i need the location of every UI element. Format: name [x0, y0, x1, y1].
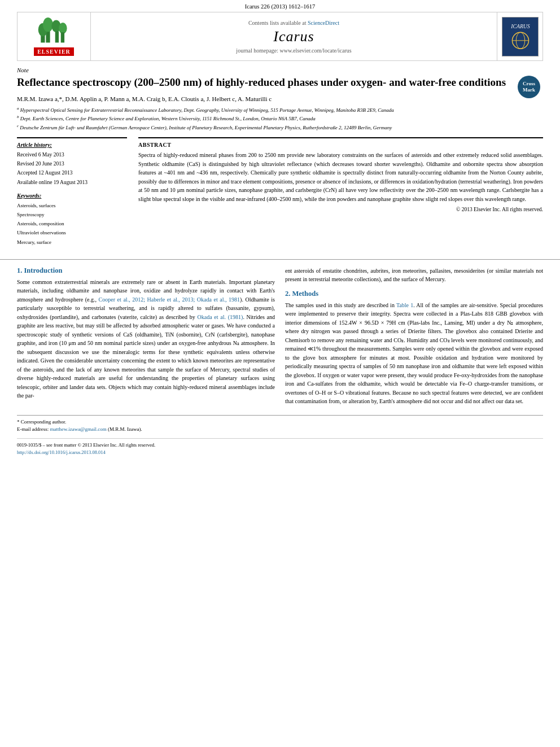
article-history: Received 6 May 2013 Revised 20 June 2013… [17, 150, 127, 187]
footnote-email-who: (M.R.M. Izawa). [108, 426, 142, 432]
svg-text:ICARUS: ICARUS [510, 23, 530, 29]
elsevier-tree-icon [37, 17, 71, 45]
intro-paragraph-continuation: ent asteroids of enstatite chondrites, a… [285, 267, 543, 284]
icarus-logo-image: ICARUS [502, 17, 539, 56]
affiliation-c: c Deutsche Zentrum für Luft- und Raumfah… [17, 123, 543, 132]
note-label: Note [17, 67, 543, 73]
footnote-area: * Corresponding author. E-mail address: … [17, 415, 543, 434]
abstract-col: ABSTRACT Spectra of highly-reduced miner… [138, 137, 543, 252]
abstract-section: ABSTRACT Spectra of highly-reduced miner… [138, 142, 543, 212]
footnote-star: * Corresponding author. [17, 419, 66, 425]
svg-point-3 [43, 18, 53, 32]
footer-left: 0019-1035/$ – see front matter © 2013 El… [17, 442, 155, 457]
abstract-text: Spectra of highly-reduced mineral phases… [138, 151, 543, 203]
svg-point-6 [59, 23, 68, 34]
journal-header-top: ELSEVIER Contents lists available at Sci… [18, 12, 542, 60]
table-label-inline: Table [396, 302, 409, 308]
ref-okada[interactable]: Okada et al. (1981) [198, 314, 243, 320]
affiliations: a Hyperspectral Optical Sensing for Extr… [17, 106, 543, 132]
authors-text: M.R.M. Izawa a,*, D.M. Applin a, P. Mann… [17, 95, 272, 102]
ref-cooper[interactable]: Cooper et al., 2012; Haberle et al., 201… [99, 296, 240, 303]
footer-doi: http://dx.doi.org/10.1016/j.icarus.2013.… [17, 449, 155, 457]
article-history-section: Article history: Received 6 May 2013 Rev… [17, 142, 127, 187]
footer-doi-link[interactable]: http://dx.doi.org/10.1016/j.icarus.2013.… [17, 449, 106, 455]
intro-heading: 1. Introduction [17, 267, 275, 275]
svg-rect-5 [55, 31, 59, 42]
keywords-label: Keywords: [17, 193, 127, 199]
journal-name: Icarus [273, 28, 314, 45]
page-wrapper: Icarus 226 (2013) 1612–1617 [0, 0, 560, 747]
accepted-row: Accepted 12 August 2013 [17, 168, 127, 177]
affiliation-b-text: Dept. Earth Sciences, Centre for Planeta… [20, 116, 316, 121]
footer-issn: 0019-1035/$ – see front matter © 2013 El… [17, 442, 155, 449]
footnote-email: E-mail address: matthew.izawa@gmail.com … [17, 426, 543, 434]
article-title: Reflectance spectroscopy (200–2500 nm) o… [17, 76, 543, 90]
article-info-abstract-section: Article history: Received 6 May 2013 Rev… [17, 137, 543, 252]
available-text: Available online 19 August 2013 [17, 178, 127, 187]
doi-bar: Icarus 226 (2013) 1612–1617 [0, 0, 560, 12]
article-info-col: Article history: Received 6 May 2013 Rev… [17, 137, 127, 252]
icarus-cover-svg: ICARUS [502, 17, 538, 56]
journal-homepage-text: journal homepage: www.elsevier.com/locat… [236, 47, 351, 54]
sciencedirect-link[interactable]: ScienceDirect [308, 20, 339, 26]
keyword-1: Spectroscopy [17, 210, 127, 219]
elsevier-logo: ELSEVIER [34, 17, 74, 56]
crossmark-icon: CrossMark [518, 76, 540, 98]
keywords-list: Asteroids, surfaces Spectroscopy Asteroi… [17, 201, 127, 247]
keyword-0: Asteroids, surfaces [17, 201, 127, 210]
journal-homepage: journal homepage: www.elsevier.com/locat… [236, 47, 351, 54]
elsevier-logo-block: ELSEVIER [18, 12, 91, 60]
body-content: 1. Introduction Some common extraterrest… [17, 267, 543, 409]
article-title-text: Reflectance spectroscopy (200–2500 nm) o… [17, 76, 506, 88]
svg-rect-7 [61, 32, 64, 42]
intro-paragraph-1: Some common extraterrestrial minerals ar… [17, 278, 275, 400]
keywords-section: Keywords: Asteroids, surfaces Spectrosco… [17, 193, 127, 247]
accepted-text: Accepted 12 August 2013 [17, 168, 127, 177]
received-row: Received 6 May 2013 [17, 150, 127, 159]
doi-text: Icarus 226 (2013) 1612–1617 [245, 3, 316, 10]
affiliation-a: a Hyperspectral Optical Sensing for Extr… [17, 106, 543, 115]
revised-text: Revised 20 June 2013 [17, 159, 127, 168]
article-content: Note Reflectance spectroscopy (200–2500 … [17, 61, 543, 252]
keyword-2: Asteroids, composition [17, 219, 127, 228]
article-info-heading: Article history: [17, 142, 127, 148]
keyword-4: Mercury, surface [17, 238, 127, 247]
affiliation-c-text: Deutsche Zentrum für Luft- und Raumfahrt… [20, 125, 392, 130]
methods-paragraph: The samples used in this study are descr… [285, 301, 543, 406]
affiliation-b: b Dept. Earth Sciences, Centre for Plane… [17, 114, 543, 123]
footer-bar: 0019-1035/$ – see front matter © 2013 El… [17, 438, 543, 457]
body-left-col: 1. Introduction Some common extraterrest… [17, 267, 275, 409]
contents-available-text: Contents lists available at [248, 20, 308, 26]
footnote-email-link[interactable]: matthew.izawa@gmail.com [50, 426, 106, 432]
section-divider [0, 259, 560, 260]
copyright-line: © 2013 Elsevier Inc. All rights reserved… [138, 207, 543, 212]
sciencedirect-line: Contents lists available at ScienceDirec… [248, 20, 339, 26]
journal-center: Contents lists available at ScienceDirec… [91, 12, 497, 60]
body-right-col: ent asteroids of enstatite chondrites, a… [285, 267, 543, 409]
footnote-corresponding: * Corresponding author. [17, 418, 543, 426]
authors-line: M.R.M. Izawa a,*, D.M. Applin a, P. Mann… [17, 95, 543, 102]
keyword-3: Ultraviolet observations [17, 228, 127, 237]
crossmark-badge: CrossMark [518, 76, 543, 101]
abstract-label: ABSTRACT [138, 142, 543, 148]
journal-logo-right: ICARUS [497, 12, 542, 60]
available-row: Available online 19 August 2013 [17, 178, 127, 187]
footnote-email-label: E-mail address: [17, 426, 49, 432]
methods-heading: 2. Methods [285, 290, 543, 298]
ref-table1[interactable]: Table 1 [396, 302, 413, 308]
affiliation-a-text: Hyperspectral Optical Sensing for Extrat… [20, 107, 394, 113]
crossmark-text: CrossMark [523, 81, 535, 93]
received-text: Received 6 May 2013 [17, 150, 127, 159]
journal-header: ELSEVIER Contents lists available at Sci… [17, 12, 543, 61]
elsevier-wordmark: ELSEVIER [34, 47, 74, 56]
revised-row: Revised 20 June 2013 [17, 159, 127, 168]
